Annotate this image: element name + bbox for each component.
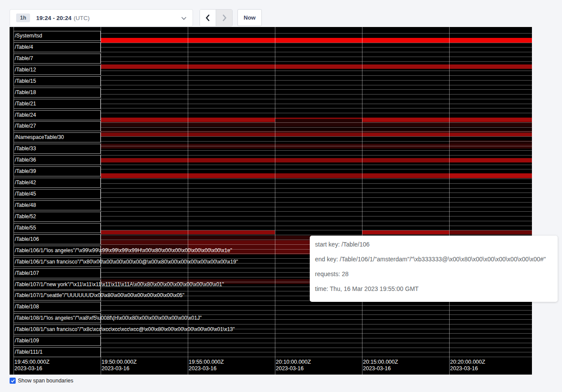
span-boundary-line (101, 132, 532, 132)
time-gridline (275, 27, 275, 375)
span-boundary-line (101, 136, 532, 137)
time-gridline (188, 27, 188, 375)
time-nav-group (200, 9, 233, 27)
span-boundary-line (101, 33, 532, 34)
key-span-label-text: /Table/15 (15, 78, 36, 84)
time-range-select[interactable]: 1h 19:24 - 20:24 (UTC) (10, 9, 193, 27)
span-boundary-line (101, 207, 532, 207)
key-visualizer-canvas[interactable]: /System/tsd/Table/4/Table/7/Table/12/Tab… (10, 27, 532, 375)
span-boundary-line (101, 188, 532, 189)
span-boundary-line (101, 155, 532, 155)
tooltip-end-key: end key: /Table/106/1/"amsterdam"/"\xb33… (315, 256, 546, 263)
heat-band (101, 240, 188, 244)
span-boundary-line (101, 202, 532, 203)
span-boundary-line (101, 150, 532, 151)
heat-band (101, 38, 532, 43)
range-text: 19:24 - 20:24 (36, 15, 71, 21)
now-button[interactable]: Now (237, 9, 262, 26)
key-span-label: /Table/108/1/"los angeles"/"\xa8\xf5\u00… (14, 313, 101, 323)
span-boundaries-control: Show span boundaries (10, 378, 73, 384)
heat-band (275, 118, 362, 119)
span-boundary-line (101, 85, 532, 85)
key-span-label: /System/tsd (14, 31, 101, 41)
key-span-label-text: /Table/4 (15, 44, 33, 50)
key-span-label-text: /Table/55 (15, 225, 36, 231)
key-span-label: /Table/108 (14, 302, 101, 312)
key-span-label: /Table/109 (14, 336, 101, 346)
span-boundary-line (101, 305, 532, 306)
key-span-label: /Table/39 (14, 166, 101, 176)
tooltip-time: time: Thu, 16 Mar 2023 19:55:00 GMT (315, 285, 419, 292)
heat-band (275, 119, 362, 122)
span-boundary-line (101, 94, 532, 95)
key-span-label-text: /Table/107/1/"new york"/"\x11\x11\x11\x1… (15, 281, 224, 287)
heat-band (275, 173, 362, 178)
key-span-label: /Table/21 (14, 99, 101, 109)
key-span-label: /Table/33 (14, 144, 101, 154)
show-span-boundaries-checkbox[interactable] (10, 378, 16, 384)
key-span-label-text: /Table/111/1 (15, 349, 43, 355)
span-boundary-line (101, 211, 532, 212)
span-boundary-line (101, 99, 532, 99)
key-span-label-text: /Table/27 (15, 123, 36, 129)
span-boundary-line (101, 348, 532, 348)
key-span-label: /Table/52 (14, 212, 101, 222)
key-span-label-text: /Table/45 (15, 191, 36, 197)
span-boundary-line (101, 197, 532, 198)
span-boundary-line (101, 141, 532, 142)
hover-tooltip: start key: /Table/106 end key: /Table/10… (310, 236, 558, 302)
key-span-label: /Table/4 (14, 42, 101, 52)
key-span-label-text: /Table/106 (15, 236, 39, 242)
prev-interval-button[interactable] (200, 10, 216, 26)
span-boundary-line (101, 113, 532, 113)
key-span-label-text: /Table/39 (15, 168, 36, 174)
key-span-label-text: /Table/42 (15, 179, 36, 186)
heat-band (362, 173, 449, 178)
key-span-label: /Table/18 (14, 88, 101, 98)
key-span-label: /Table/45 (14, 189, 101, 199)
tooltip-start-key: start key: /Table/106 (315, 241, 369, 248)
span-boundary-line (101, 324, 532, 324)
key-span-label-text: /Table/107/1/"seattle"/"UUUUUUD\x00\x80\… (15, 292, 184, 298)
key-span-label: /Table/42 (14, 178, 101, 188)
span-boundary-line (101, 193, 532, 193)
next-interval-button[interactable] (216, 10, 232, 26)
span-boundary-line (101, 343, 532, 343)
span-boundary-line (101, 47, 532, 47)
span-boundary-line (101, 221, 532, 221)
time-axis-label: 20:10:00.000Z2023-03-16 (276, 359, 311, 372)
span-boundary-line (101, 71, 532, 71)
span-boundary-line (101, 338, 532, 338)
key-span-label: /Table/7 (14, 54, 101, 64)
key-span-label-text: /Table/107 (15, 270, 39, 276)
key-span-label-text: /Table/18 (15, 89, 36, 95)
key-span-label-text: /Table/109 (15, 338, 39, 344)
span-boundary-line (101, 310, 532, 311)
span-boundary-line (101, 104, 532, 104)
heat-band (449, 173, 532, 178)
key-span-label: /Table/36 (14, 155, 101, 165)
key-span-label: /Table/106 (14, 234, 101, 244)
key-span-label-text: /Table/24 (15, 112, 36, 118)
key-span-label: /Table/24 (14, 110, 101, 120)
checkbox-label: Show span boundaries (18, 378, 73, 384)
key-span-label: /Table/107/1/"new york"/"\x11\x11\x11\x1… (14, 280, 101, 290)
span-boundary-line (101, 333, 532, 334)
span-boundary-line (101, 80, 532, 81)
time-axis-label: 20:20:00.000Z2023-03-16 (450, 359, 485, 372)
key-span-label: /Table/12 (14, 65, 101, 75)
span-boundary-line (101, 108, 532, 108)
key-span-label: /Table/15 (14, 76, 101, 86)
key-span-label: /Table/108/1/"san francisco"/"\x8c\xcc\x… (14, 324, 101, 335)
heat-band (362, 118, 532, 122)
span-boundary-line (101, 169, 532, 169)
key-span-label-text: /Table/7 (15, 55, 33, 61)
span-boundary-line (101, 165, 532, 165)
key-span-label: /Table/106/1/"san francisco"/"\x80\x00\x… (14, 257, 101, 267)
span-boundary-line (101, 75, 532, 76)
heat-band (101, 133, 362, 136)
heat-band (362, 230, 449, 234)
span-boundary-line (101, 146, 532, 146)
key-span-label-text: /Table/108 (15, 304, 39, 310)
time-gridline (101, 27, 101, 375)
